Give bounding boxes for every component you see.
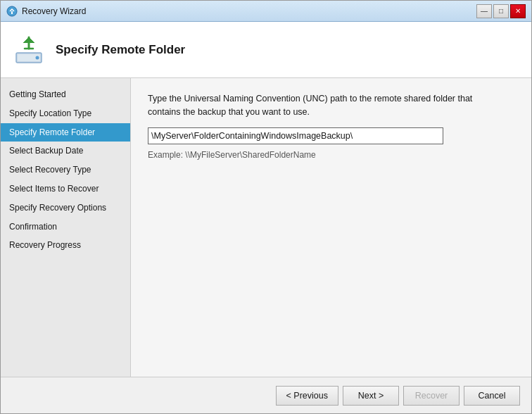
svg-point-4 <box>36 56 39 59</box>
svg-rect-1 <box>11 11 13 14</box>
content-area: Getting Started Specify Location Type Sp… <box>1 78 531 377</box>
title-bar: Recovery Wizard — □ ✕ <box>1 1 531 22</box>
sidebar-item-select-backup-date[interactable]: Select Backup Date <box>1 142 130 161</box>
minimize-button[interactable]: — <box>476 4 492 18</box>
cancel-button[interactable]: Cancel <box>464 386 520 406</box>
maximize-button[interactable]: □ <box>493 4 509 18</box>
restore-icon <box>12 33 46 67</box>
title-bar-controls: — □ ✕ <box>476 4 526 18</box>
footer-area: < Previous Next > Recover Cancel <box>1 377 531 413</box>
window-title: Recovery Wizard <box>22 6 86 16</box>
sidebar-item-specify-recovery-options[interactable]: Specify Recovery Options <box>1 199 130 218</box>
header-icon-wrap <box>12 33 46 67</box>
sidebar-item-select-recovery-type[interactable]: Select Recovery Type <box>1 161 130 180</box>
recover-button[interactable]: Recover <box>403 386 460 406</box>
sidebar-item-specify-remote-folder[interactable]: Specify Remote Folder <box>1 123 130 142</box>
main-content: Type the Universal Naming Convention (UN… <box>131 78 531 377</box>
sidebar-item-recovery-progress[interactable]: Recovery Progress <box>1 236 130 255</box>
unc-path-input[interactable] <box>148 127 443 144</box>
example-text: Example: \\MyFileServer\SharedFolderName <box>148 150 514 160</box>
sidebar-item-select-items-to-recover[interactable]: Select Items to Recover <box>1 180 130 199</box>
close-button[interactable]: ✕ <box>510 4 526 18</box>
header-area: Specify Remote Folder <box>1 22 531 78</box>
sidebar-item-confirmation[interactable]: Confirmation <box>1 218 130 237</box>
header-title: Specify Remote Folder <box>56 43 185 57</box>
app-icon <box>6 6 18 17</box>
title-bar-left: Recovery Wizard <box>6 6 86 17</box>
recovery-wizard-window: Recovery Wizard — □ ✕ Specify Remote Fol… <box>0 0 532 414</box>
description-text: Type the Universal Naming Convention (UN… <box>148 92 486 119</box>
sidebar-item-specify-location-type[interactable]: Specify Location Type <box>1 104 130 123</box>
sidebar-item-getting-started[interactable]: Getting Started <box>1 85 130 104</box>
sidebar: Getting Started Specify Location Type Sp… <box>1 78 131 377</box>
previous-button[interactable]: < Previous <box>276 386 338 406</box>
next-button[interactable]: Next > <box>343 386 399 406</box>
